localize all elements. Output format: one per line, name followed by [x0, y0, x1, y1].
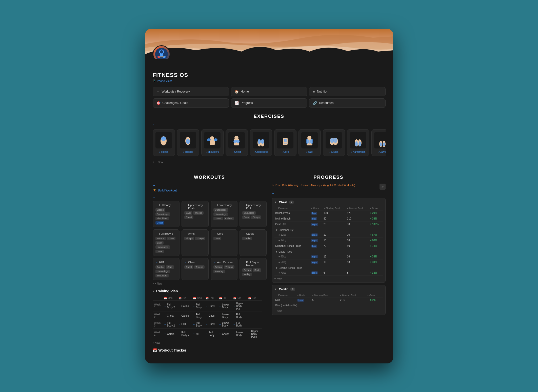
tag: Biceps — [213, 265, 223, 269]
plan-col-thu: 📅 Thu — [204, 296, 217, 301]
workout-card-armcrusher[interactable]: Arm Crusher Biceps Triceps Tuesday — [211, 258, 238, 280]
header-banner — [145, 29, 393, 59]
tag: Chest — [184, 265, 193, 269]
plan-add-button[interactable]: +New — [153, 341, 267, 344]
tag: Quadriceps — [155, 212, 170, 216]
dbfly-collapse[interactable]: ▼ — [275, 229, 278, 231]
progress-section: PROGRESS ⚠ Reset Data (Warning: Removes … — [272, 169, 386, 354]
workout-card-fullbody[interactable]: Full Body Biceps Quadriceps Shoulders Ch… — [153, 201, 180, 227]
svg-point-56 — [380, 142, 382, 146]
exercise-hamstrings[interactable]: Hamstrings — [347, 129, 369, 156]
nav-workouts[interactable]: ↔ Workouts / Recovery — [153, 87, 229, 96]
home-icon: 🏠 — [235, 90, 239, 94]
cardio-add-button[interactable]: +New — [274, 310, 383, 312]
week4-sun: Upper Body Push — [247, 328, 262, 339]
workout-card-arms[interactable]: Arms Biceps Triceps — [182, 229, 209, 256]
svg-rect-31 — [284, 139, 285, 141]
exercise-calves[interactable]: Calves — [371, 129, 386, 156]
exercise-biceps[interactable]: Biceps — [153, 129, 175, 156]
collapse-arrow[interactable]: ▼ — [274, 201, 277, 204]
70kg-growth: + 33% — [369, 270, 383, 275]
chest-group-header: ▼ Chest 7 — [274, 201, 383, 204]
cardio-group-title: Cardio — [279, 288, 288, 291]
cableflyes-collapse[interactable]: ▼ — [275, 250, 278, 253]
week2-tue: Cardio — [177, 312, 191, 320]
nav-nutrition-label: Nutrition — [317, 90, 328, 93]
dbbench-starting: 70 — [323, 243, 346, 249]
exercise-triceps[interactable]: Triceps — [177, 129, 199, 156]
nav-resources[interactable]: 🔗 Resources — [309, 98, 385, 108]
training-plan-table: 📅 Mon 📅 Tue 📅 Wed 📅 Thu 📅 Fri 📅 Sat 📅 Su… — [153, 296, 267, 339]
tag: Back — [242, 215, 250, 219]
workout-card-ubpull[interactable]: Upper Body Pull Shoulders Back Biceps — [240, 201, 267, 227]
svg-point-41 — [310, 139, 313, 144]
workout-card-core[interactable]: Core Core — [211, 229, 238, 256]
exercise-row-70kg: ● 70kg reps 6 8 + 33% — [274, 270, 383, 275]
main-content: FITNESS OS Phone View ↔ Workouts / Recov… — [145, 59, 393, 363]
workout-card-chest[interactable]: Chest Chest Triceps — [182, 258, 209, 280]
50kg-name: ● 50kg — [274, 259, 310, 265]
expand-icon[interactable]: ⤢ — [380, 184, 386, 190]
exercise-quadriceps[interactable]: Quadriceps — [250, 129, 272, 156]
exercise-core[interactable]: Core — [274, 129, 296, 156]
col-exercise: ↔ Exercise — [274, 206, 310, 210]
workout-cards-grid: Full Body Biceps Quadriceps Shoulders Ch… — [153, 201, 267, 280]
nav-home[interactable]: 🏠 Home — [231, 87, 307, 96]
workout-card-fullbody2[interactable]: Full Body 2 Triceps Chest Back Hamstring… — [153, 229, 180, 256]
exercise-back[interactable]: Back — [298, 129, 321, 156]
nav-challenges[interactable]: 🎯 Challenges / Goals — [153, 98, 229, 108]
nav-nutrition[interactable]: ● Nutrition — [309, 87, 385, 96]
reset-warning[interactable]: ⚠ Reset Data (Warning: Removes Max reps,… — [272, 184, 355, 187]
workout-card-lowerbody[interactable]: Lower Body Quadriceps Hamstrings Glutes … — [211, 201, 238, 227]
12kg-growth: + 67% — [369, 232, 383, 237]
benchpress-unit: kgs — [310, 210, 323, 216]
col-current: ● Current Best — [346, 206, 369, 210]
plan-col-add[interactable]: + — [262, 296, 267, 301]
nav-challenges-label: Challenges / Goals — [163, 101, 188, 105]
50kg-starting: 10 — [323, 259, 346, 265]
exercises-add-button[interactable]: ++ New — [153, 161, 386, 164]
tag: Back — [155, 241, 164, 245]
core-label: Core — [282, 150, 289, 153]
70kg-name: ● 70kg — [274, 270, 310, 275]
cardio-collapse-arrow[interactable]: ▼ — [274, 288, 277, 291]
plan-row-week4: Week 4 Cardio Full Body 2 HIIT Full Body… — [153, 328, 267, 339]
tag: Chest — [184, 215, 193, 219]
workout-card-hiit[interactable]: HIIT Cardio Core Hamstrings Shoulders — [153, 258, 180, 280]
triceps-label: Triceps — [183, 150, 193, 153]
week1-fri: Lower Body — [217, 300, 232, 312]
build-workout-button[interactable]: 🏋️ Build Workout — [153, 189, 267, 192]
tag: Shoulders — [155, 274, 169, 277]
workout-tags-lowerbody: Quadriceps Hamstrings Glutes Calves — [213, 208, 235, 220]
exercises-section-title: EXERCISES — [153, 114, 386, 119]
core-image — [277, 132, 293, 148]
workout-card-ubpush[interactable]: Upper Body Push Back Triceps Chest — [182, 201, 209, 227]
nutrition-icon: ● — [313, 90, 315, 94]
workout-card-pullday[interactable]: Pull Day – Home Biceps Back Friday — [240, 258, 267, 280]
workout-title-arms: Arms — [184, 232, 206, 235]
svg-rect-33 — [284, 141, 285, 142]
inclinebench-current: 110 — [346, 216, 369, 221]
tag: Shoulders — [155, 217, 169, 220]
12kg-unit: reps — [310, 232, 323, 237]
chest-add-button[interactable]: +New — [274, 277, 383, 280]
workout-card-cardio[interactable]: Cardio Cardio — [240, 229, 267, 256]
exercise-glutes[interactable]: Glutes — [323, 129, 345, 156]
exercises-grid: Biceps Triceps — [153, 129, 386, 158]
bottom-padding — [153, 354, 386, 358]
tag: Triceps — [155, 237, 166, 240]
pushups-unit: reps — [310, 221, 323, 227]
week3-mon: Full Body 2 — [162, 320, 177, 328]
exercise-shoulders[interactable]: Shoulders — [201, 129, 224, 156]
svg-point-40 — [306, 139, 309, 144]
14kg-starting: 10 — [323, 237, 346, 243]
col-units: ● Units — [310, 206, 323, 210]
nav-grid: ↔ Workouts / Recovery 🏠 Home ● Nutrition… — [153, 87, 386, 108]
pushups-current: 50 — [346, 221, 369, 227]
declinebench-collapse[interactable]: ▼ — [275, 267, 278, 269]
exercise-chest[interactable]: Chest — [226, 129, 248, 156]
week3-sun — [247, 320, 262, 328]
cardio-count-badge: 8 — [290, 288, 295, 291]
workout-add-button[interactable]: ++ New — [153, 282, 267, 285]
nav-progress[interactable]: 📈 Progress — [231, 98, 307, 108]
